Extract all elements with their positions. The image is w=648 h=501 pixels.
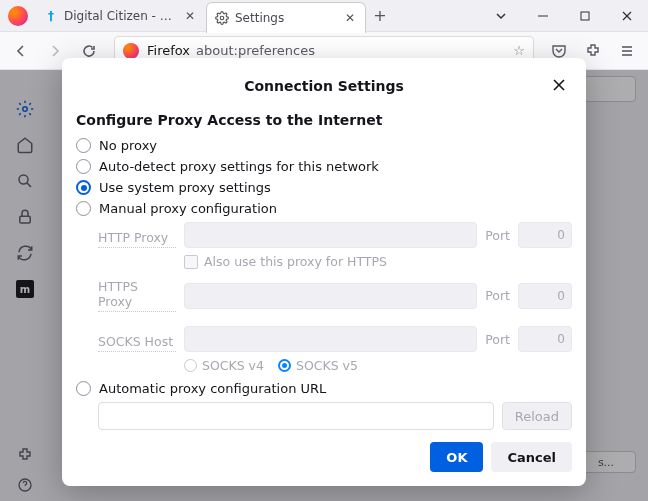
manual-proxy-section: HTTP Proxy Port 0 Also use this proxy fo… [98, 222, 572, 373]
cancel-button[interactable]: Cancel [491, 442, 572, 472]
app-menu-button[interactable] [612, 36, 642, 66]
new-tab-button[interactable]: + [366, 0, 394, 31]
radio-auto-detect[interactable]: Auto-detect proxy settings for this netw… [76, 159, 572, 174]
radio-label: Automatic proxy configuration URL [99, 381, 326, 396]
socks-host-input[interactable] [184, 326, 477, 352]
tab-label: Settings [235, 11, 337, 25]
radio-label: Manual proxy configuration [99, 201, 277, 216]
radio-no-proxy[interactable]: No proxy [76, 138, 572, 153]
socks-host-label: SOCKS Host [98, 334, 176, 352]
https-port-input[interactable]: 0 [518, 283, 572, 309]
radio-socks-v4[interactable]: SOCKS v4 [184, 358, 264, 373]
radio-label: Use system proxy settings [99, 180, 271, 195]
site-favicon-icon: † [44, 9, 58, 23]
http-proxy-label: HTTP Proxy [98, 230, 176, 248]
titlebar: † Digital Citizen - Life in a digital ✕ … [0, 0, 648, 32]
gear-icon [215, 11, 229, 25]
back-button[interactable] [6, 36, 36, 66]
svg-point-0 [220, 16, 224, 20]
port-label: Port [485, 228, 510, 243]
https-proxy-input[interactable] [184, 283, 477, 309]
url-text: about:preferences [196, 43, 315, 58]
radio-auto-url[interactable]: Automatic proxy configuration URL [76, 381, 572, 396]
tab-digital-citizen[interactable]: † Digital Citizen - Life in a digital ✕ [36, 0, 206, 31]
window-close-button[interactable] [606, 0, 648, 31]
auto-url-input[interactable] [98, 402, 494, 430]
radio-icon [184, 359, 197, 372]
port-label: Port [485, 332, 510, 347]
tab-settings[interactable]: Settings ✕ [206, 2, 366, 33]
dialog-title: Connection Settings [244, 78, 404, 94]
radio-label: SOCKS v5 [296, 358, 358, 373]
radio-label: SOCKS v4 [202, 358, 264, 373]
radio-icon [76, 159, 91, 174]
chevron-down-icon[interactable] [480, 0, 522, 31]
radio-icon [76, 138, 91, 153]
radio-icon [278, 359, 291, 372]
checkbox-icon [184, 255, 198, 269]
firefox-logo-icon [8, 6, 28, 26]
close-icon[interactable]: ✕ [183, 9, 197, 23]
http-port-input[interactable]: 0 [518, 222, 572, 248]
bookmark-star-icon[interactable]: ☆ [513, 43, 525, 58]
reload-pac-button[interactable]: Reload [502, 402, 572, 430]
radio-manual[interactable]: Manual proxy configuration [76, 201, 572, 216]
radio-use-system[interactable]: Use system proxy settings [76, 180, 572, 195]
ok-button[interactable]: OK [430, 442, 483, 472]
window-maximize-button[interactable] [564, 0, 606, 31]
radio-socks-v5[interactable]: SOCKS v5 [278, 358, 358, 373]
also-https-checkbox[interactable]: Also use this proxy for HTTPS [184, 254, 572, 269]
connection-settings-dialog: Connection Settings Configure Proxy Acce… [62, 58, 586, 486]
radio-label: No proxy [99, 138, 157, 153]
socks-port-input[interactable]: 0 [518, 326, 572, 352]
close-icon[interactable]: ✕ [343, 11, 357, 25]
port-label: Port [485, 288, 510, 303]
checkbox-label: Also use this proxy for HTTPS [204, 254, 387, 269]
http-proxy-input[interactable] [184, 222, 477, 248]
section-title: Configure Proxy Access to the Internet [76, 112, 572, 128]
radio-icon [76, 381, 91, 396]
url-brand: Firefox [147, 43, 190, 58]
radio-label: Auto-detect proxy settings for this netw… [99, 159, 379, 174]
tab-label: Digital Citizen - Life in a digital [64, 9, 177, 23]
dialog-close-button[interactable] [548, 74, 570, 96]
radio-icon [76, 180, 91, 195]
firefox-logo-icon [123, 43, 139, 59]
https-proxy-label: HTTPS Proxy [98, 279, 176, 312]
window-minimize-button[interactable] [522, 0, 564, 31]
radio-icon [76, 201, 91, 216]
svg-rect-2 [581, 12, 589, 20]
